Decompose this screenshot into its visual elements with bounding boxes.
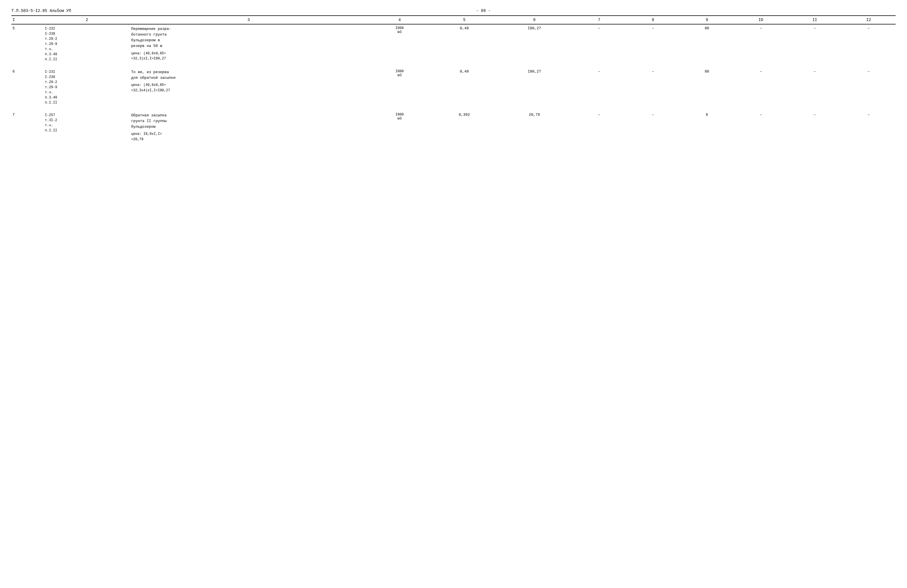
row-col12: –	[841, 68, 896, 106]
row-number: 5	[11, 24, 44, 63]
row-col10: –	[734, 111, 788, 143]
row-col8: –	[626, 24, 680, 63]
row-references: I-23I I-238 т.29-2 т.29-9 т.ч. п.3.48 п.…	[44, 68, 130, 106]
row-col9: 88	[680, 24, 734, 63]
row-col9: 8	[680, 111, 734, 143]
row-col7: –	[572, 24, 626, 63]
row-number: 7	[11, 111, 44, 143]
row-spacer	[11, 63, 896, 68]
row-col5: 0,392	[432, 111, 497, 143]
row-col7: –	[572, 111, 626, 143]
row-col11: –	[788, 111, 842, 143]
row-col5: 0,49	[432, 68, 497, 106]
row-number: 6	[11, 68, 44, 106]
row-description: Обратная засыпка грунта II группы бульдо…	[130, 111, 367, 143]
col-header-7: 7	[572, 16, 626, 24]
row-unit: I000м3	[367, 68, 432, 106]
row-col6: I80,27	[497, 24, 572, 63]
table-row: 7I-257 т.3I-2 т.ч. п.I.IIОбратная засыпк…	[11, 111, 896, 143]
row-col10: –	[734, 24, 788, 63]
row-references: I-257 т.3I-2 т.ч. п.I.II	[44, 111, 130, 143]
col-header-11: II	[788, 16, 842, 24]
header-center: - 89 -	[476, 8, 490, 13]
row-col8: –	[626, 111, 680, 143]
header-left: Т.П.503-5-I2.85 Альбом УП	[11, 8, 71, 13]
row-col7: –	[572, 68, 626, 106]
col-header-3: 3	[130, 16, 367, 24]
row-description: То же, из резерва для обратной засыпкице…	[130, 68, 367, 106]
row-col12: –	[841, 24, 896, 63]
row-unit: I000м3	[367, 24, 432, 63]
row-col11: –	[788, 24, 842, 63]
row-col6: 20,79	[497, 111, 572, 143]
col-header-10: IO	[734, 16, 788, 24]
col-header-12: I2	[841, 16, 896, 24]
col-header-5: 5	[432, 16, 497, 24]
col-header-4: 4	[367, 16, 432, 24]
row-col6: I80,27	[497, 68, 572, 106]
row-spacer	[11, 106, 896, 111]
table-row: 6I-23I I-238 т.29-2 т.29-9 т.ч. п.3.48 п…	[11, 68, 896, 106]
row-col8: –	[626, 68, 680, 106]
row-col11: –	[788, 68, 842, 106]
row-references: I-23I I-238 т.29-2 т.29-9 т.ч. п.3.48 п.…	[44, 24, 130, 63]
row-col10: –	[734, 68, 788, 106]
col-header-2: 2	[44, 16, 130, 24]
row-unit: I000м3	[367, 111, 432, 143]
row-col9: 88	[680, 68, 734, 106]
col-header-9: 9	[680, 16, 734, 24]
col-header-6: 6	[497, 16, 572, 24]
row-col12: –	[841, 111, 896, 143]
row-col5: 0,49	[432, 24, 497, 63]
col-header-1: I	[11, 16, 44, 24]
col-header-8: 8	[626, 16, 680, 24]
table-row: 5I-23I I-238 т.29-2 т.29-9 т.ч. п.3.48 п…	[11, 24, 896, 63]
row-description: Перемещение разра- ботанного грунта буль…	[130, 24, 367, 63]
